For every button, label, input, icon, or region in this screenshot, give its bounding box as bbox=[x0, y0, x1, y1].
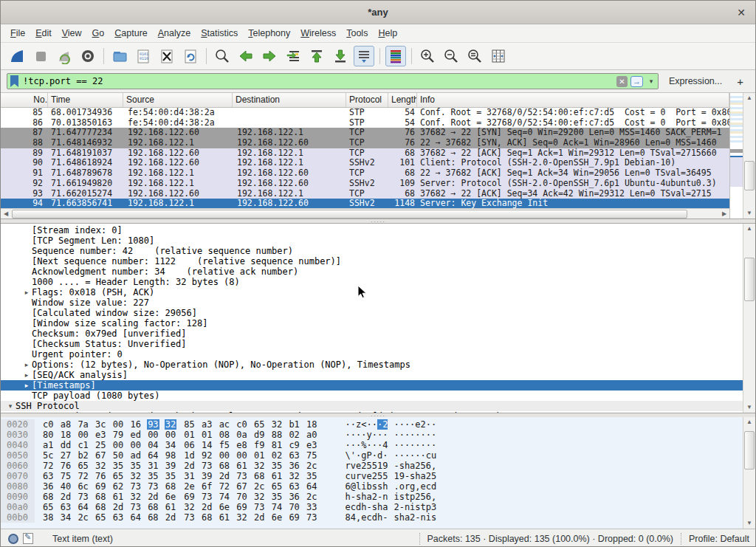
hex-byte[interactable]: 68 bbox=[42, 492, 54, 502]
ascii-char[interactable]: u bbox=[351, 471, 356, 481]
ascii-char[interactable]: 2 bbox=[394, 502, 399, 512]
ascii-char[interactable]: · bbox=[431, 419, 436, 430]
resize-columns-button[interactable] bbox=[488, 46, 509, 66]
column-header-length[interactable]: Length bbox=[388, 93, 417, 107]
menu-view[interactable]: View bbox=[57, 26, 87, 41]
packet-list-hscrollbar[interactable]: ◀ ▶ bbox=[1, 208, 729, 219]
ascii-char[interactable]: h bbox=[399, 512, 405, 523]
reload-file-button[interactable] bbox=[180, 46, 201, 66]
ascii-char[interactable]: a bbox=[366, 492, 371, 502]
hex-byte[interactable]: 5c bbox=[42, 450, 54, 461]
hex-byte[interactable]: 76 bbox=[60, 461, 72, 471]
hex-byte[interactable]: 2d bbox=[147, 492, 159, 502]
detail-line[interactable]: 1000 .... = Header Length: 32 bytes (8) bbox=[1, 277, 743, 287]
hex-byte[interactable]: 74 bbox=[219, 492, 230, 502]
hex-byte[interactable]: 6e bbox=[165, 492, 176, 502]
hex-row-0040[interactable]: 0040a1 dd c1 25 00 00 04 3406 14 f5 e8 f… bbox=[1, 440, 743, 450]
detail-line[interactable]: ▾SSH Protocol bbox=[1, 401, 743, 411]
ascii-char[interactable]: c bbox=[426, 450, 431, 461]
hex-byte[interactable]: 35 bbox=[271, 492, 283, 502]
ascii-char[interactable]: 5 bbox=[382, 471, 388, 481]
ascii-char[interactable]: · bbox=[346, 430, 351, 440]
display-filter-input[interactable] bbox=[23, 76, 616, 86]
hex-byte[interactable]: 69 bbox=[183, 492, 195, 502]
ascii-char[interactable]: 5 bbox=[372, 461, 377, 471]
ascii-char[interactable]: · bbox=[421, 430, 426, 440]
packet-row-87[interactable]: 8771.647777234192.168.122.60192.168.122.… bbox=[1, 128, 729, 138]
ascii-char[interactable]: · bbox=[399, 450, 405, 461]
hex-byte[interactable]: 02 bbox=[271, 450, 283, 461]
hex-byte[interactable]: 68 bbox=[165, 481, 176, 492]
hex-byte[interactable]: 36 bbox=[288, 461, 300, 471]
ascii-char[interactable]: 6 bbox=[426, 461, 431, 471]
collapsed-expander-icon[interactable]: ▸ bbox=[21, 359, 32, 370]
capture-comment-icon[interactable] bbox=[23, 533, 33, 544]
hex-byte[interactable]: 61 bbox=[112, 492, 124, 502]
ascii-char[interactable]: s bbox=[415, 502, 420, 512]
hex-byte[interactable]: 2c bbox=[253, 481, 265, 492]
ascii-char[interactable]: · bbox=[399, 440, 405, 450]
hex-byte[interactable]: 74 bbox=[271, 502, 283, 512]
ascii-char[interactable]: · bbox=[415, 430, 420, 440]
detail-line[interactable]: Window size value: 227 bbox=[1, 297, 743, 308]
ascii-char[interactable]: 4 bbox=[382, 440, 388, 450]
ascii-char[interactable]: h bbox=[346, 492, 351, 502]
ascii-char[interactable]: 9 bbox=[382, 461, 388, 471]
go-to-packet-button[interactable] bbox=[283, 46, 303, 66]
hex-row-0020[interactable]: 0020c0 a8 7a 3c 00 16 93 3285 a3 ac c0 6… bbox=[1, 419, 743, 430]
hex-byte[interactable]: 65 bbox=[42, 502, 54, 512]
hex-row-0090[interactable]: 009068 2d 73 68 61 32 2d 6e69 73 74 70 3… bbox=[1, 492, 743, 502]
hex-byte[interactable]: 14 bbox=[201, 440, 213, 450]
hex-byte[interactable]: 67 bbox=[236, 481, 247, 492]
collapsed-expander-icon[interactable]: ▸ bbox=[21, 380, 32, 391]
hex-byte[interactable]: 65 bbox=[77, 461, 89, 471]
hex-byte[interactable]: 2d bbox=[201, 502, 213, 512]
hex-byte[interactable]: 64 bbox=[306, 481, 317, 492]
packet-row-90[interactable]: 9071.648618924192.168.122.60192.168.122.… bbox=[1, 158, 729, 168]
hex-byte[interactable]: 00 bbox=[112, 440, 124, 450]
go-forward-button[interactable] bbox=[259, 46, 280, 66]
ascii-char[interactable]: i bbox=[394, 492, 399, 502]
column-header-destination[interactable]: Destination bbox=[233, 93, 346, 107]
hex-byte[interactable]: 34 bbox=[60, 512, 72, 523]
ascii-char[interactable]: c bbox=[366, 512, 371, 523]
start-capture-button[interactable] bbox=[7, 46, 27, 66]
detail-line[interactable]: ▸[SEQ/ACK analysis] bbox=[1, 370, 743, 380]
ascii-char[interactable]: c bbox=[426, 481, 431, 492]
detail-line[interactable]: [Next sequence number: 1122 (relative se… bbox=[1, 256, 743, 266]
hex-byte[interactable]: 1d bbox=[183, 450, 195, 461]
hex-byte[interactable]: ad bbox=[129, 450, 141, 461]
hex-byte[interactable]: 32 bbox=[288, 471, 300, 481]
hex-byte[interactable]: 73 bbox=[253, 502, 265, 512]
hex-byte[interactable]: d9 bbox=[253, 430, 265, 440]
hex-byte[interactable]: 32 bbox=[253, 492, 265, 502]
scroll-right-icon[interactable]: ▶ bbox=[719, 210, 729, 217]
hex-byte[interactable]: 35 bbox=[112, 461, 124, 471]
hex-byte[interactable]: 65 bbox=[271, 481, 283, 492]
hex-byte[interactable]: 68 bbox=[147, 502, 159, 512]
hex-byte[interactable]: 32 bbox=[236, 512, 247, 523]
hex-byte[interactable]: 08 bbox=[219, 430, 230, 440]
hex-byte[interactable]: 3c bbox=[94, 419, 106, 430]
hex-byte[interactable]: 02 bbox=[288, 430, 300, 440]
ascii-char[interactable]: · bbox=[394, 419, 399, 430]
hex-byte[interactable]: 68 bbox=[219, 461, 230, 471]
hex-byte[interactable]: 32 bbox=[129, 492, 141, 502]
hex-byte[interactable]: 61 bbox=[236, 461, 247, 471]
vscroll-track[interactable] bbox=[743, 103, 755, 208]
ascii-char[interactable]: - bbox=[366, 502, 371, 512]
detail-line[interactable]: Acknowledgment number: 34 (relative ack … bbox=[1, 266, 743, 277]
ascii-char[interactable]: · bbox=[415, 440, 420, 450]
hex-byte[interactable]: 61 bbox=[219, 512, 230, 523]
hex-byte[interactable]: 70 bbox=[288, 502, 300, 512]
hex-byte[interactable]: 00 bbox=[147, 430, 159, 440]
detail-vscrollbar[interactable]: ▲ ▼ bbox=[743, 224, 755, 413]
hex-byte[interactable]: 69 bbox=[94, 481, 106, 492]
ascii-char[interactable]: · bbox=[382, 450, 388, 461]
hex-byte[interactable]: 63 bbox=[288, 450, 300, 461]
packet-row-91[interactable]: 9171.648789678192.168.122.1192.168.122.6… bbox=[1, 168, 729, 179]
hex-byte[interactable]: 36 bbox=[42, 481, 54, 492]
ascii-char[interactable]: c bbox=[346, 471, 351, 481]
hex-byte[interactable]: 00 bbox=[77, 430, 89, 440]
ascii-char[interactable]: . bbox=[394, 481, 399, 492]
